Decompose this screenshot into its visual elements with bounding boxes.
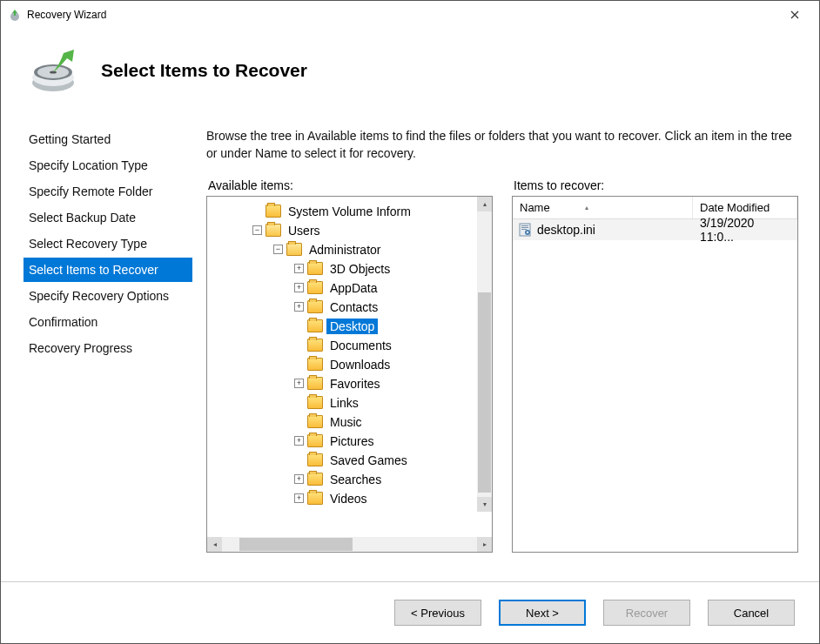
tree-node-label[interactable]: 3D Objects [326, 261, 393, 277]
cancel-button[interactable]: Cancel [708, 600, 795, 626]
list-item[interactable]: desktop.ini 3/19/2020 11:0... [513, 219, 797, 240]
tree-node-label[interactable]: Pictures [326, 433, 378, 449]
expand-icon[interactable]: + [294, 264, 304, 273]
tree-spacer [294, 321, 304, 331]
expand-icon[interactable]: + [294, 493, 304, 503]
tree-node[interactable]: −Administrator [207, 240, 492, 259]
tree-node-label[interactable]: Searches [326, 472, 385, 487]
tree-spacer [294, 359, 304, 369]
page-title: Select Items to Recover [101, 60, 307, 81]
folder-icon [307, 453, 323, 466]
items-to-recover-list[interactable]: Name▴ Date Modified desktop.ini 3/19/202… [512, 196, 798, 553]
expand-icon[interactable]: + [294, 436, 304, 446]
title-bar: Recovery Wizard [1, 1, 819, 29]
tree-node-label[interactable]: Documents [326, 338, 395, 353]
wizard-header: Select Items to Recover [1, 29, 819, 103]
tree-node[interactable]: Music [207, 413, 492, 432]
folder-icon [307, 492, 323, 505]
sidebar-item-recovery-type[interactable]: Select Recovery Type [24, 231, 192, 256]
tree-node[interactable]: Desktop [207, 317, 492, 336]
tree-node[interactable]: −Users [207, 221, 492, 240]
folder-icon [307, 339, 323, 352]
tree-node[interactable]: Links [207, 393, 492, 413]
tree-node-label[interactable]: Contacts [326, 299, 381, 315]
column-name[interactable]: Name▴ [513, 197, 693, 218]
tree-spacer [294, 455, 304, 465]
svg-rect-9 [521, 229, 527, 230]
svg-rect-7 [521, 225, 528, 226]
tree-node[interactable]: +Pictures [207, 432, 492, 451]
tree-node-label[interactable]: System Volume Inform [285, 204, 414, 219]
tree-node-label[interactable]: AppData [326, 280, 380, 296]
tree-node[interactable]: Saved Games [207, 451, 492, 470]
tree-node-label[interactable]: Links [326, 395, 362, 411]
collapse-icon[interactable]: − [273, 245, 283, 254]
sidebar-item-backup-date[interactable]: Select Backup Date [24, 205, 192, 230]
sidebar-item-getting-started[interactable]: Getting Started [24, 127, 192, 151]
tree-spacer [294, 417, 304, 426]
scroll-down-icon[interactable]: ▾ [477, 497, 492, 512]
scroll-thumb[interactable] [478, 292, 491, 493]
tree-vertical-scrollbar[interactable]: ▴ ▾ [477, 197, 492, 512]
tree-node-label[interactable]: Administrator [306, 242, 384, 258]
window-title: Recovery Wizard [27, 9, 777, 21]
wizard-steps-sidebar: Getting Started Specify Location Type Sp… [1, 111, 192, 581]
tree-node[interactable]: System Volume Inform [207, 202, 492, 221]
svg-rect-8 [521, 227, 528, 228]
tree-node[interactable]: +Searches [207, 470, 492, 489]
tree-node[interactable]: +3D Objects [207, 259, 492, 278]
file-name: desktop.ini [537, 223, 693, 237]
file-date: 3/19/2020 11:0... [693, 216, 797, 244]
sidebar-item-location-type[interactable]: Specify Location Type [24, 153, 192, 178]
scroll-right-icon[interactable]: ▸ [477, 537, 492, 552]
folder-icon [307, 262, 323, 275]
folder-icon [307, 300, 323, 313]
tree-node-label[interactable]: Desktop [326, 319, 378, 334]
expand-icon[interactable]: + [294, 283, 304, 292]
sort-indicator-icon: ▴ [585, 204, 588, 211]
tree-node-label[interactable]: Users [285, 223, 324, 238]
next-button[interactable]: Next > [499, 600, 586, 626]
sidebar-item-recovery-progress[interactable]: Recovery Progress [24, 336, 192, 360]
sidebar-item-confirmation[interactable]: Confirmation [24, 310, 192, 334]
wizard-footer: < Previous Next > Recover Cancel [1, 581, 819, 643]
tree-node-label[interactable]: Downloads [326, 357, 393, 372]
recover-button: Recover [603, 600, 690, 626]
previous-button[interactable]: < Previous [394, 600, 481, 626]
sidebar-item-remote-folder[interactable]: Specify Remote Folder [24, 179, 192, 204]
tree-node[interactable]: Documents [207, 336, 492, 355]
folder-open-icon [265, 224, 281, 237]
sidebar-item-select-items[interactable]: Select Items to Recover [24, 258, 192, 282]
folder-icon [307, 281, 323, 294]
sidebar-item-recovery-options[interactable]: Specify Recovery Options [24, 284, 192, 308]
close-button[interactable] [777, 3, 812, 27]
tree-node[interactable]: Downloads [207, 355, 492, 374]
expand-icon[interactable]: + [294, 379, 304, 388]
folder-icon [307, 473, 323, 486]
tree-node[interactable]: +AppData [207, 278, 492, 298]
folder-icon [307, 377, 323, 390]
tree-node[interactable]: +Videos [207, 489, 492, 508]
available-items-tree[interactable]: System Volume Inform−Users−Administrator… [206, 196, 493, 553]
folder-icon [307, 358, 323, 371]
app-icon [8, 8, 22, 22]
folder-icon [307, 415, 323, 428]
tree-horizontal-scrollbar[interactable]: ◂ ▸ [207, 537, 492, 552]
tree-spacer [294, 398, 304, 407]
hscroll-thumb[interactable] [239, 538, 353, 551]
tree-node-label[interactable]: Music [326, 414, 366, 430]
scroll-up-icon[interactable]: ▴ [477, 197, 492, 211]
tree-node-label[interactable]: Saved Games [326, 453, 411, 468]
tree-node-label[interactable]: Favorites [326, 376, 384, 392]
collapse-icon[interactable]: − [252, 225, 262, 235]
items-to-recover-label: Items to recover: [512, 178, 798, 192]
scroll-left-icon[interactable]: ◂ [207, 537, 222, 552]
tree-node[interactable]: +Favorites [207, 374, 492, 393]
folder-icon [307, 396, 323, 409]
tree-node-label[interactable]: Videos [326, 491, 371, 506]
folder-icon [307, 319, 323, 332]
expand-icon[interactable]: + [294, 474, 304, 484]
folder-open-icon [286, 243, 302, 256]
expand-icon[interactable]: + [294, 302, 304, 312]
tree-node[interactable]: +Contacts [207, 298, 492, 317]
